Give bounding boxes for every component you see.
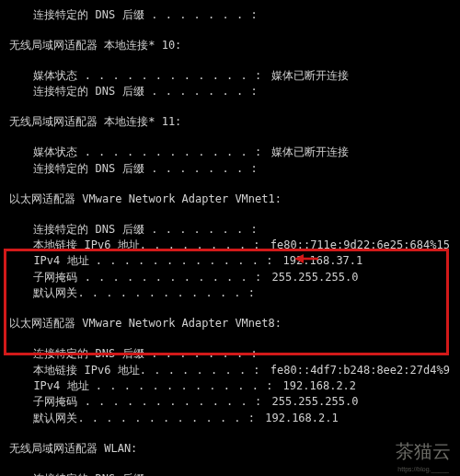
- adapter-header-local11: 无线局域网适配器 本地连接* 11:: [9, 114, 454, 130]
- vmnet1-ipv4: IPv4 地址 . . . . . . . . . . . . : 192.16…: [9, 253, 454, 269]
- local10-media-state: 媒体状态 . . . . . . . . . . . . : 媒体已断开连接: [9, 68, 454, 84]
- vmnet8-gateway: 默认网关 . . . . . . . . . . . . : 192.168.2…: [9, 411, 454, 426]
- adapter-header-vmnet1: 以太网适配器 VMware Network Adapter VMnet1:: [9, 192, 454, 207]
- intro-dns-suffix-row: 连接特定的 DNS 后缀 . . . . . . . :: [9, 7, 454, 23]
- vmnet8-ipv4: IPv4 地址 . . . . . . . . . . . . : 192.16…: [9, 378, 454, 394]
- vmnet8-subnet: 子网掩码 . . . . . . . . . . . . : 255.255.2…: [9, 394, 454, 410]
- wlan-dns-suffix: 连接特定的 DNS 后缀 . . . . . . . :: [9, 471, 454, 476]
- vmnet1-subnet: 子网掩码 . . . . . . . . . . . . : 255.255.2…: [9, 270, 454, 285]
- adapter-header-local10: 无线局域网适配器 本地连接* 10:: [9, 38, 454, 53]
- local11-media-state: 媒体状态 . . . . . . . . . . . . : 媒体已断开连接: [9, 145, 454, 160]
- value: [264, 7, 268, 23]
- local11-dns-suffix: 连接特定的 DNS 后缀 . . . . . . . :: [9, 161, 454, 177]
- vmnet8-dns-suffix: 连接特定的 DNS 后缀 . . . . . . . :: [9, 346, 454, 362]
- vmnet8-ipv6-local: 本地链接 IPv6 地址 . . . . . . . . : fe80::4df…: [9, 363, 454, 378]
- adapter-header-wlan: 无线局域网适配器 WLAN:: [9, 441, 454, 457]
- adapter-header-vmnet8: 以太网适配器 VMware Network Adapter VMnet8:: [9, 316, 454, 331]
- vmnet1-ipv6-local: 本地链接 IPv6 地址 . . . . . . . . : fe80::711…: [9, 238, 454, 253]
- local10-dns-suffix: 连接特定的 DNS 后缀 . . . . . . . :: [9, 84, 454, 99]
- label: 连接特定的 DNS 后缀: [33, 7, 144, 23]
- vmnet1-dns-suffix: 连接特定的 DNS 后缀 . . . . . . . :: [9, 222, 454, 238]
- vmnet1-gateway: 默认网关 . . . . . . . . . . . . :: [9, 285, 454, 301]
